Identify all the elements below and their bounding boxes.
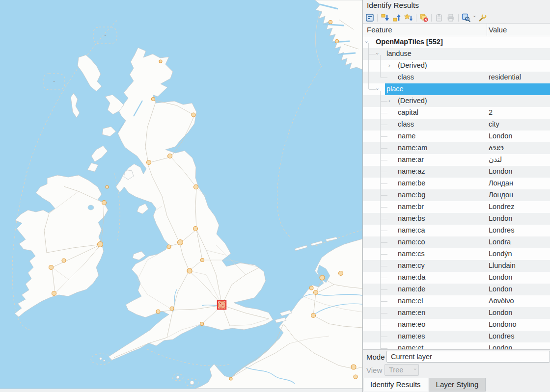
tree-guide-tick <box>381 66 387 66</box>
tree-row-name-en[interactable]: name:enLondon <box>363 307 550 319</box>
tree-row-label: name:cy <box>398 261 425 269</box>
chevron-collapsed-icon[interactable]: › <box>388 98 390 104</box>
tree-guide-tick <box>381 207 387 208</box>
tree-row-value: London <box>489 214 512 222</box>
tree-row-name-de[interactable]: name:deLondon <box>363 284 550 295</box>
identify-mode-icon[interactable] <box>460 12 472 23</box>
column-header-feature[interactable]: Feature <box>367 26 392 34</box>
tree-row-label: name <box>398 132 415 140</box>
tree-guide-tick <box>381 289 387 290</box>
column-header-value[interactable]: Value <box>489 26 507 34</box>
tree-guide-tick <box>381 136 387 137</box>
tree-row-landuse[interactable]: ›landuse <box>363 48 550 60</box>
tree-row-class[interactable]: classcity <box>363 119 550 131</box>
tree-row-label: name:bg <box>398 191 425 199</box>
tree-row-label: name:bs <box>398 214 425 222</box>
tree-guide-tick <box>381 172 387 172</box>
qgis-window: Identify Results › Feature Value ›OpenMa… <box>0 0 550 392</box>
tree-guide-tick <box>381 183 387 184</box>
tree-row-name-es[interactable]: name:esLondres <box>363 331 550 342</box>
form-view-icon[interactable] <box>364 12 376 23</box>
tree-row-name-el[interactable]: name:elΛονδίνο <box>363 295 550 307</box>
mode-row: Mode Current layer <box>363 350 550 364</box>
tree-row-name-cy[interactable]: name:cyLlundain <box>363 260 550 272</box>
selection-highlight <box>385 83 550 95</box>
view-combobox-value: Tree <box>389 366 403 374</box>
tree-row-capital[interactable]: capital2 <box>363 107 550 119</box>
expand-new-results-icon[interactable] <box>403 12 414 23</box>
tree-row-label: (Derived) <box>398 61 427 69</box>
map-svg <box>0 0 362 389</box>
tree-row-value: London <box>489 132 512 140</box>
tree-row-name-ar[interactable]: name:arلندن <box>363 154 550 166</box>
tree-row-name-co[interactable]: name:coLondra <box>363 236 550 248</box>
column-divider[interactable] <box>487 24 487 36</box>
tree-row-name-eo[interactable]: name:eoLondono <box>363 319 550 331</box>
tree-row-name-da[interactable]: name:daLondon <box>363 272 550 284</box>
tree-guide-tick <box>381 101 387 102</box>
tree-row-name-et[interactable]: name:etLondon <box>363 342 550 350</box>
clear-results-icon[interactable] <box>418 12 430 23</box>
tree-row-name[interactable]: nameLondon <box>363 131 550 142</box>
tree-row-value: Londres <box>489 226 514 234</box>
tree-row-value: Londrez <box>489 203 514 210</box>
tree-row-value: ለንደን <box>489 144 504 152</box>
tree-row-value: residential <box>489 73 521 81</box>
tree-row--derived-[interactable]: ›(Derived) <box>363 95 550 107</box>
mode-combobox[interactable]: Current layer <box>386 351 550 363</box>
tab-layer-styling[interactable]: Layer Styling <box>429 378 486 392</box>
tree-row-value: London <box>489 285 512 293</box>
collapse-tree-icon[interactable] <box>391 12 403 23</box>
identify-highlight <box>218 301 226 309</box>
tree-guide-tick <box>381 231 387 231</box>
tree-row--derived-[interactable]: ›(Derived) <box>363 60 550 72</box>
tree-guide-tick <box>381 325 387 325</box>
tree-row-label: name:be <box>398 179 425 187</box>
tree-row-name-cs[interactable]: name:csLondýn <box>363 248 550 260</box>
tree-row-label: place <box>386 85 404 93</box>
tree-row-name-az[interactable]: name:azLondon <box>363 166 550 178</box>
chevron-down-icon: › <box>412 368 418 370</box>
chevron-expanded-icon[interactable]: › <box>374 88 381 90</box>
tree-row-value: لندن <box>489 156 502 163</box>
tree-row-label: name:el <box>398 297 423 305</box>
tree-row-name-br[interactable]: name:brLondrez <box>363 201 550 213</box>
tree-row-label: OpenMapTiles [552] <box>376 38 443 46</box>
tree-guide-tick <box>381 313 387 314</box>
identify-results-panel: Identify Results › Feature Value ›OpenMa… <box>362 0 550 392</box>
tree-row-class[interactable]: classresidential <box>363 72 550 83</box>
tree-row-value: Лондан <box>489 179 513 187</box>
expand-tree-icon[interactable] <box>379 12 391 23</box>
tree-row-value: Londono <box>489 320 516 328</box>
tree-row-label: name:es <box>398 332 425 340</box>
tree-row-label: (Derived) <box>398 97 427 105</box>
mode-combobox-value: Current layer <box>391 353 432 361</box>
tree-row-openmaptiles-552-[interactable]: ›OpenMapTiles [552] <box>363 36 550 48</box>
tab-identify-results[interactable]: Identify Results <box>363 378 428 392</box>
tree-row-label: name:cs <box>398 250 425 258</box>
chevron-collapsed-icon[interactable]: › <box>388 62 390 69</box>
map-canvas[interactable] <box>0 0 362 389</box>
tree-row-name-ca[interactable]: name:caLondres <box>363 225 550 236</box>
chevron-expanded-icon[interactable]: › <box>363 41 370 43</box>
view-row: View Tree › <box>363 364 550 377</box>
toolbar-separator <box>416 14 416 22</box>
tree-row-name-am[interactable]: name:amለንደን <box>363 142 550 154</box>
tree-row-place[interactable]: ›place <box>363 83 550 95</box>
tree-row-label: name:da <box>398 273 425 281</box>
view-label: View <box>366 366 382 374</box>
settings-wrench-icon[interactable] <box>476 12 488 23</box>
tree-row-name-be[interactable]: name:beЛондан <box>363 178 550 189</box>
chevron-expanded-icon[interactable]: › <box>374 53 381 55</box>
panel-tabbar: Identify ResultsLayer Styling <box>363 377 550 392</box>
toolbar-separator <box>431 14 432 22</box>
tree-row-name-bs[interactable]: name:bsLondon <box>363 213 550 225</box>
tree-guide-tick <box>381 160 387 160</box>
tree-guide-tick <box>381 195 387 196</box>
tree-guide-tick <box>381 266 387 266</box>
tree-row-name-bg[interactable]: name:bgЛондон <box>363 189 550 201</box>
toolbar-dropdown-chevron-icon[interactable]: › <box>472 16 477 20</box>
toolbar-separator <box>377 14 378 22</box>
tree-guide-tick <box>381 219 387 219</box>
tree-row-label: name:de <box>398 285 425 293</box>
